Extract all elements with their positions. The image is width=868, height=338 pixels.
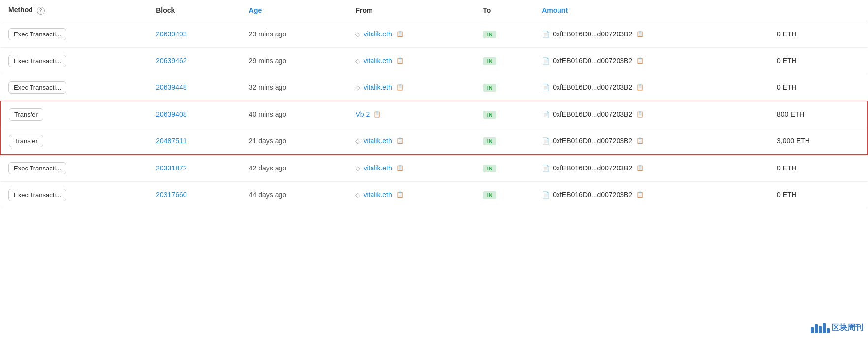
copy-from-icon[interactable]: 📋 <box>396 191 403 198</box>
to-address: 0xfEB016D0...d007203B2 <box>553 30 632 38</box>
from-cell: ◇vitalik.eth📋 <box>347 181 475 208</box>
table-row: Transfer2063940840 mins agoVb 2📋IN📄0xfEB… <box>0 101 868 128</box>
direction-badge: IN <box>483 111 496 119</box>
document-icon: 📄 <box>542 84 550 91</box>
amount-value: 0 ETH <box>777 30 797 38</box>
block-link[interactable]: 20639448 <box>156 83 186 91</box>
table-row: Exec Transacti...2063944832 mins ago◇vit… <box>0 74 868 101</box>
age-cell: 21 days ago <box>241 128 348 155</box>
method-cell: Exec Transacti... <box>0 21 148 47</box>
copy-to-icon[interactable]: 📋 <box>636 111 644 118</box>
to-content: 📄0xfEB016D0...d007203B2📋 <box>542 30 761 38</box>
block-link[interactable]: 20639462 <box>156 57 186 65</box>
age-text: 21 days ago <box>249 137 286 145</box>
method-help-icon[interactable]: ? <box>37 7 45 15</box>
from-content: ◇vitalik.eth📋 <box>355 30 467 38</box>
to-content: 📄0xfEB016D0...d007203B2📋 <box>542 137 761 145</box>
direction-cell: IN <box>475 101 534 128</box>
copy-from-icon[interactable]: 📋 <box>396 31 403 37</box>
method-button[interactable]: Exec Transacti... <box>8 162 66 174</box>
table-row: Exec Transacti...2033187242 days ago◇vit… <box>0 155 868 182</box>
copy-from-icon[interactable]: 📋 <box>396 165 403 171</box>
block-link[interactable]: 20487511 <box>156 137 186 145</box>
from-cell: ◇vitalik.eth📋 <box>347 155 475 182</box>
from-address-link[interactable]: vitalik.eth <box>363 57 392 65</box>
age-text: 42 days ago <box>249 164 286 172</box>
from-address-link[interactable]: vitalik.eth <box>363 137 392 145</box>
age-text: 23 mins ago <box>249 30 286 38</box>
method-button[interactable]: Exec Transacti... <box>8 28 66 40</box>
document-icon: 📄 <box>542 137 550 145</box>
copy-to-icon[interactable]: 📋 <box>636 84 644 91</box>
table-row: Exec Transacti...2063949323 mins ago◇vit… <box>0 21 868 47</box>
direction-badge: IN <box>483 165 496 172</box>
diamond-icon: ◇ <box>355 137 360 145</box>
col-amount: Amount <box>534 0 769 21</box>
from-content: Vb 2📋 <box>355 110 467 118</box>
amount-label: Amount <box>542 6 568 14</box>
from-address-link[interactable]: vitalik.eth <box>363 83 392 91</box>
amount-cell: 0 ETH <box>769 21 868 47</box>
block-label: Block <box>156 6 175 14</box>
block-cell: 20331872 <box>148 155 241 182</box>
direction-badge: IN <box>483 84 496 92</box>
table-row: Transfer2048751121 days ago◇vitalik.eth📋… <box>0 128 868 155</box>
from-address-link[interactable]: Vb 2 <box>355 110 370 118</box>
from-content: ◇vitalik.eth📋 <box>355 137 467 145</box>
method-cell: Exec Transacti... <box>0 47 148 74</box>
copy-from-icon[interactable]: 📋 <box>396 137 403 144</box>
block-cell: 20639462 <box>148 47 241 74</box>
amount-cell: 0 ETH <box>769 155 868 182</box>
to-address: 0xfEB016D0...d007203B2 <box>553 164 632 172</box>
document-icon: 📄 <box>542 57 550 65</box>
copy-from-icon[interactable]: 📋 <box>396 57 403 64</box>
age-text: 44 days ago <box>249 191 286 199</box>
to-cell: 📄0xfEB016D0...d007203B2📋 <box>534 74 769 101</box>
to-cell: 📄0xfEB016D0...d007203B2📋 <box>534 128 769 155</box>
method-button[interactable]: Transfer <box>9 135 43 147</box>
amount-value: 0 ETH <box>777 83 797 91</box>
copy-to-icon[interactable]: 📋 <box>636 137 644 144</box>
block-link[interactable]: 20639493 <box>156 30 186 38</box>
block-cell: 20639493 <box>148 21 241 47</box>
to-cell: 📄0xfEB016D0...d007203B2📋 <box>534 155 769 182</box>
from-address-link[interactable]: vitalik.eth <box>363 191 392 199</box>
col-from: From <box>347 0 475 21</box>
to-content: 📄0xfEB016D0...d007203B2📋 <box>542 57 761 65</box>
col-block: Block <box>148 0 241 21</box>
amount-value: 800 ETH <box>777 110 804 118</box>
copy-to-icon[interactable]: 📋 <box>636 31 644 37</box>
method-button[interactable]: Exec Transacti... <box>8 81 66 94</box>
direction-badge: IN <box>483 57 496 65</box>
copy-to-icon[interactable]: 📋 <box>636 165 644 171</box>
to-address: 0xfEB016D0...d007203B2 <box>553 191 632 199</box>
copy-to-icon[interactable]: 📋 <box>636 191 644 198</box>
to-address: 0xfEB016D0...d007203B2 <box>553 137 632 145</box>
to-cell: 📄0xfEB016D0...d007203B2📋 <box>534 47 769 74</box>
col-age: Age <box>241 0 348 21</box>
to-label: To <box>483 6 491 14</box>
age-cell: 40 mins ago <box>241 101 348 128</box>
copy-from-icon[interactable]: 📋 <box>396 84 403 91</box>
amount-cell: 0 ETH <box>769 74 868 101</box>
method-button[interactable]: Exec Transacti... <box>8 55 66 67</box>
amount-value: 0 ETH <box>777 57 797 65</box>
from-label: From <box>355 6 372 14</box>
amount-cell: 0 ETH <box>769 47 868 74</box>
block-link[interactable]: 20639408 <box>156 110 186 118</box>
from-address-link[interactable]: vitalik.eth <box>363 164 392 172</box>
method-button[interactable]: Exec Transacti... <box>8 189 66 201</box>
copy-to-icon[interactable]: 📋 <box>636 57 644 64</box>
method-button[interactable]: Transfer <box>9 108 43 121</box>
copy-from-icon[interactable]: 📋 <box>373 111 381 118</box>
block-link[interactable]: 20317660 <box>156 191 186 199</box>
amount-cell: 0 ETH <box>769 181 868 208</box>
block-link[interactable]: 20331872 <box>156 164 186 172</box>
from-content: ◇vitalik.eth📋 <box>355 191 467 199</box>
direction-cell: IN <box>475 74 534 101</box>
age-cell: 42 days ago <box>241 155 348 182</box>
to-cell: 📄0xfEB016D0...d007203B2📋 <box>534 21 769 47</box>
method-cell: Transfer <box>0 128 148 155</box>
from-address-link[interactable]: vitalik.eth <box>363 30 392 38</box>
document-icon: 📄 <box>542 111 550 118</box>
